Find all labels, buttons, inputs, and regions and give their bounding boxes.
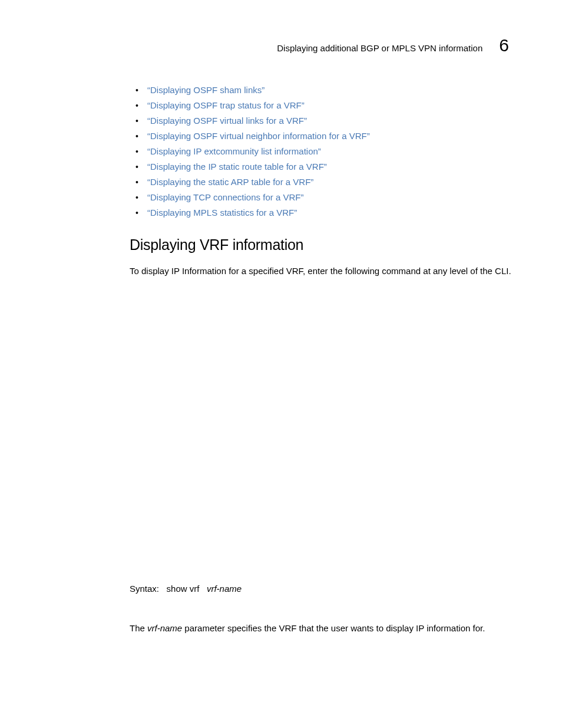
bullet-icon: • xyxy=(135,162,147,172)
cross-reference-link[interactable]: “Displaying the IP static route table fo… xyxy=(147,162,327,172)
cross-reference-link[interactable]: “Displaying OSPF sham links” xyxy=(147,85,265,95)
bullet-icon: • xyxy=(135,131,147,141)
cross-reference-link[interactable]: “Displaying OSPF virtual neighbor inform… xyxy=(147,131,370,141)
parameter-description: The vrf-name parameter specifies the VRF… xyxy=(130,623,515,633)
list-item: • “Displaying the IP static route table … xyxy=(135,162,515,172)
cross-reference-link[interactable]: “Displaying OSPF trap status for a VRF” xyxy=(147,100,305,110)
bullet-icon: • xyxy=(135,193,147,202)
cross-reference-link[interactable]: “Displaying IP extcommunity list informa… xyxy=(147,146,321,156)
list-item: • “Displaying the static ARP table for a… xyxy=(135,177,515,187)
page: Displaying additional BGP or MPLS VPN in… xyxy=(0,0,562,728)
section-heading: Displaying VRF information xyxy=(130,236,515,253)
bullet-icon: • xyxy=(135,147,147,156)
cross-reference-link[interactable]: “Displaying MPLS statistics for a VRF” xyxy=(147,207,297,218)
bullet-icon: • xyxy=(135,101,147,110)
cross-reference-link[interactable]: “Displaying OSPF virtual links for a VRF… xyxy=(147,116,307,126)
syntax-label: Syntax: xyxy=(130,584,159,594)
syntax-command: show vrf xyxy=(167,584,200,594)
list-item: • “Displaying MPLS statistics for a VRF” xyxy=(135,207,515,218)
cross-reference-link[interactable]: “Displaying the static ARP table for a V… xyxy=(147,177,313,187)
list-item: • “Displaying OSPF virtual neighbor info… xyxy=(135,131,515,141)
page-header: Displaying additional BGP or MPLS VPN in… xyxy=(53,35,515,55)
param-name: vrf-name xyxy=(147,623,182,633)
list-item: • “Displaying OSPF virtual links for a V… xyxy=(135,116,515,126)
cross-reference-link[interactable]: “Displaying TCP connections for a VRF” xyxy=(147,192,303,202)
syntax-line: Syntax: show vrf vrf-name xyxy=(130,584,515,594)
param-pre: The xyxy=(130,623,147,633)
bullet-icon: • xyxy=(135,116,147,126)
bullet-icon: • xyxy=(135,85,147,95)
param-post: parameter specifies the VRF that the use… xyxy=(182,623,485,633)
link-list: • “Displaying OSPF sham links” • “Displa… xyxy=(135,85,515,218)
syntax-arg: vrf-name xyxy=(207,584,242,594)
header-chapter-number: 6 xyxy=(499,35,509,55)
bullet-icon: • xyxy=(135,177,147,187)
header-title: Displaying additional BGP or MPLS VPN in… xyxy=(277,43,482,53)
section-intro: To display IP Information for a specifie… xyxy=(130,265,515,277)
list-item: • “Displaying IP extcommunity list infor… xyxy=(135,146,515,156)
list-item: • “Displaying TCP connections for a VRF” xyxy=(135,192,515,202)
list-item: • “Displaying OSPF sham links” xyxy=(135,85,515,95)
list-item: • “Displaying OSPF trap status for a VRF… xyxy=(135,100,515,110)
bullet-icon: • xyxy=(135,208,147,218)
